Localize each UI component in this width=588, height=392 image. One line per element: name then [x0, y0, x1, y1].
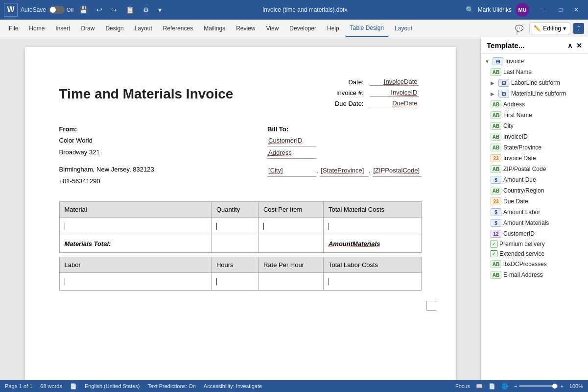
zoom-in-icon[interactable]: +	[560, 383, 563, 389]
tree-item-duedate[interactable]: 23 Due Date	[481, 196, 588, 207]
tab-developer[interactable]: Developer	[284, 20, 321, 37]
tree-label-stateprovince: State/Province	[503, 144, 541, 151]
view-layout-icon[interactable]: 📄	[489, 383, 495, 390]
redo-icon[interactable]: ↪	[109, 5, 119, 15]
tab-mailings[interactable]: Mailings	[199, 20, 230, 37]
tree-item-materialline[interactable]: ▶ ⊟ MaterialLine subform	[481, 88, 588, 99]
accessibility[interactable]: Accessibility: Investigate	[204, 383, 262, 389]
customize-icon[interactable]: ⚙	[141, 5, 152, 15]
tree-item-zip[interactable]: AB ZIP/Postal Code	[481, 164, 588, 174]
tree-item-firstname[interactable]: AB First Name	[481, 110, 588, 121]
tree-item-invoicedate[interactable]: 23 Invoice Date	[481, 153, 588, 164]
tree-item-extendedservice[interactable]: ✓ Extended service	[481, 249, 588, 259]
tree-item-stateprovince[interactable]: AB State/Province	[481, 142, 588, 153]
tree-item-address[interactable]: AB Address	[481, 99, 588, 110]
materials-table: Material Quantity Cost Per Item Total Ma…	[59, 201, 422, 253]
tree-item-email[interactable]: AB E-mail Address	[481, 270, 588, 280]
tab-review[interactable]: Review	[231, 20, 260, 37]
avatar[interactable]: MU	[516, 3, 529, 17]
focus-label[interactable]: Focus	[455, 383, 470, 389]
bill-to-label: Bill To:	[267, 123, 421, 135]
tree-item-amountdue[interactable]: $ Amount Due	[481, 174, 588, 185]
minimize-button[interactable]: ─	[537, 3, 553, 17]
word-icon: W	[4, 3, 18, 17]
tree-item-invoiceid[interactable]: AB InvoiceID	[481, 131, 588, 142]
total-labor-costs-header: Total Labor Costs	[323, 257, 421, 272]
view-read-icon[interactable]: 📖	[476, 383, 483, 390]
city-field[interactable]: [City]	[267, 165, 316, 176]
tab-help[interactable]: Help	[322, 20, 344, 37]
tree-label-duedate: Due Date	[503, 198, 528, 205]
comment-button[interactable]: 💬	[512, 23, 526, 34]
tree-label-laborline: LaborLine subform	[511, 79, 560, 86]
zoom-out-icon[interactable]: −	[514, 383, 517, 389]
more-icon[interactable]: ▾	[156, 5, 164, 15]
tab-design[interactable]: Design	[100, 20, 128, 37]
main-layout: Time and Materials Invoice Date: Invoice…	[0, 37, 588, 392]
labor-header: Labor	[59, 257, 211, 272]
share-button[interactable]: ⤴	[573, 23, 584, 34]
tree-item-lbxdcprocesses[interactable]: AB lbxDCProcesses	[481, 259, 588, 270]
tree-item-premiumdelivery[interactable]: ✓ Premium delivery	[481, 239, 588, 249]
tab-layout-contextual[interactable]: Layout	[390, 20, 417, 37]
tree-item-city[interactable]: AB City	[481, 121, 588, 131]
tree-item-country[interactable]: AB Country/Region	[481, 185, 588, 196]
collapse-icon: ▼	[485, 59, 491, 64]
customer-id-field[interactable]: CustomerID	[267, 135, 316, 147]
tab-home[interactable]: Home	[24, 20, 49, 37]
type-badge-table: ⊞	[493, 57, 503, 65]
tree-item-invoice[interactable]: ▼ ⊞ Invoice	[481, 56, 588, 67]
proofing-icon[interactable]: 📄	[70, 383, 77, 390]
type-badge-ab: AB	[491, 187, 501, 195]
close-sidebar-icon[interactable]: ✕	[576, 42, 582, 49]
address-field[interactable]: Address	[267, 147, 316, 159]
print-preview-icon[interactable]: 📋	[123, 5, 137, 15]
tab-file[interactable]: File	[4, 20, 23, 37]
zoom-control[interactable]: − +	[514, 383, 564, 389]
tab-view[interactable]: View	[261, 20, 284, 37]
due-date-field[interactable]: DueDate	[370, 99, 419, 107]
type-badge-dollar: $	[491, 208, 501, 216]
billing-from: From: Color World Broadway 321 Birmingha…	[59, 123, 154, 187]
tree-item-laborline[interactable]: ▶ ⊟ LaborLine subform	[481, 77, 588, 88]
tree-label-amountlabor: Amount Labor	[503, 209, 540, 216]
tab-layout[interactable]: Layout	[130, 20, 157, 37]
text-predictions[interactable]: Text Predictions: On	[147, 383, 195, 389]
doc-checkbox[interactable]	[426, 301, 436, 311]
tree-label-address: Address	[503, 101, 525, 108]
status-bar-right: Focus 📖 📄 🌐 − + 100%	[455, 383, 583, 390]
amount-materials-field[interactable]: AmountMaterials	[329, 240, 380, 247]
collapse-icon[interactable]: ∧	[567, 42, 572, 49]
tree-label-invoicedate: Invoice Date	[503, 155, 536, 162]
zoom-slider[interactable]	[519, 385, 558, 387]
zoom-level[interactable]: 100%	[569, 383, 583, 389]
state-field[interactable]: [StateProvince]	[320, 165, 369, 176]
editing-button[interactable]: ✏️ Editing ▾	[529, 23, 570, 34]
tree-item-amountmaterials[interactable]: $ Amount Materials	[481, 218, 588, 228]
template-sidebar: Template... ∧ ✕ ▼ ⊞ Invoice AB Last Name…	[480, 37, 588, 392]
tree-item-amountlabor[interactable]: $ Amount Labor	[481, 207, 588, 218]
tree-item-lastname[interactable]: AB Last Name	[481, 67, 588, 77]
undo-icon[interactable]: ↩	[94, 5, 105, 15]
invoice-date-field[interactable]: InvoiceDate	[370, 78, 419, 86]
zip-field[interactable]: [ZIPPostalCode]	[373, 165, 422, 176]
close-button[interactable]: ✕	[568, 3, 584, 17]
document-page: Time and Materials Invoice Date: Invoice…	[25, 47, 456, 392]
title-bar: W AutoSave Off 💾 ↩ ↪ 📋 ⚙ ▾ Invoice (time…	[0, 0, 588, 20]
search-icon[interactable]: 🔍	[466, 6, 474, 14]
tab-insert[interactable]: Insert	[50, 20, 75, 37]
tab-draw[interactable]: Draw	[76, 20, 99, 37]
maximize-button[interactable]: □	[553, 3, 568, 17]
cursor	[216, 223, 217, 230]
tree-item-customerid[interactable]: 12 CustomerID	[481, 228, 588, 239]
autosave-toggle[interactable]: Off	[49, 6, 73, 14]
rate-per-hour-header: Rate Per Hour	[258, 257, 323, 272]
view-web-icon[interactable]: 🌐	[501, 383, 508, 390]
type-badge-dollar: $	[491, 176, 501, 184]
save-icon[interactable]: 💾	[77, 5, 90, 15]
tab-table-design[interactable]: Table Design	[345, 20, 389, 37]
quantity-header: Quantity	[211, 201, 258, 217]
tab-references[interactable]: References	[158, 20, 198, 37]
invoice-id-field[interactable]: InvoiceID	[370, 89, 419, 97]
language[interactable]: English (United States)	[85, 383, 140, 389]
